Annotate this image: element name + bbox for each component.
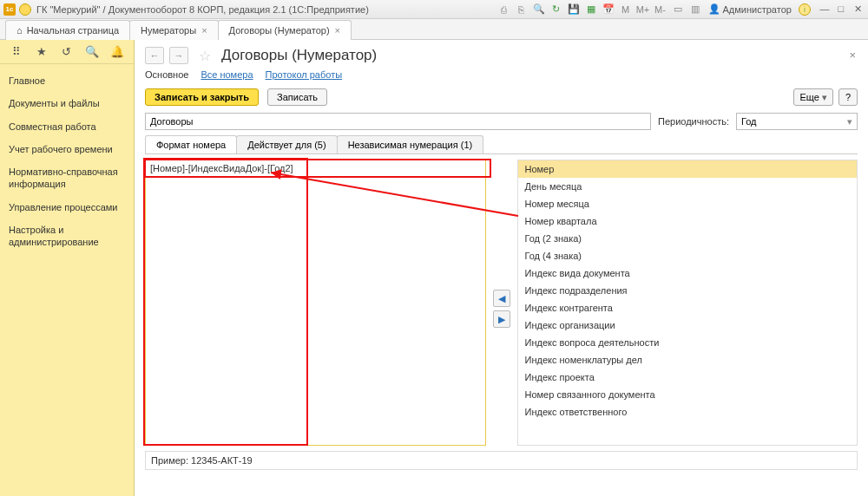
- list-item[interactable]: Индекс контрагента: [518, 299, 858, 317]
- section-tab-main[interactable]: Основное: [145, 69, 188, 80]
- sidebar-icon-row: ⠿ ★ ↺ 🔍 🔔: [0, 40, 134, 64]
- calendar-icon[interactable]: 📅: [602, 3, 615, 16]
- tab-numerators-label: Нумераторы: [141, 25, 196, 36]
- star-icon[interactable]: ★: [34, 44, 49, 60]
- window-buttons: — □ ✕: [818, 3, 865, 15]
- refresh-icon[interactable]: ↻: [550, 3, 562, 16]
- section-tab-protocol[interactable]: Протокол работы: [266, 69, 343, 80]
- tab-home[interactable]: ⌂ Начальная страница: [5, 20, 130, 40]
- period-label: Периодичность:: [658, 116, 729, 127]
- print-icon[interactable]: ⎙: [498, 3, 510, 16]
- name-input[interactable]: [145, 113, 651, 130]
- pin-icon[interactable]: ⎘: [516, 3, 528, 16]
- move-right-button[interactable]: ▶: [493, 310, 510, 328]
- section-tab-all-numbers[interactable]: Все номера: [201, 69, 253, 80]
- info-icon[interactable]: i: [799, 3, 811, 16]
- save-close-button[interactable]: Записать и закрыть: [145, 88, 259, 106]
- close-icon[interactable]: ✕: [851, 3, 865, 15]
- home-icon: ⌂: [16, 25, 23, 36]
- sidebar-item-proc[interactable]: Управление процессами: [0, 196, 134, 219]
- format-editor[interactable]: [Номер]-[ИндексВидаДок]-[Год2]: [145, 160, 486, 446]
- tab-contracts-numerator[interactable]: Договоры (Нумератор) ×: [218, 20, 352, 40]
- list-item[interactable]: Индекс организации: [518, 317, 858, 334]
- page-title: Договоры (Нумератор): [221, 47, 377, 64]
- sidebar-item-admin[interactable]: Настройка и администрирование: [0, 219, 134, 254]
- format-area: [Номер]-[ИндексВидаДок]-[Год2] ◀ ▶ Номер…: [145, 160, 858, 446]
- tab-close-icon[interactable]: ×: [201, 25, 207, 36]
- sidebar-item-collab[interactable]: Совместная работа: [0, 115, 134, 138]
- save-icon[interactable]: 💾: [568, 3, 580, 16]
- list-item[interactable]: Номер месяца: [518, 195, 858, 212]
- tab-numerators[interactable]: Нумераторы ×: [129, 20, 219, 40]
- save-button[interactable]: Записать: [267, 88, 327, 106]
- example-value: 12345-АКТ-19: [191, 455, 253, 466]
- page-close-icon[interactable]: ×: [849, 49, 856, 62]
- help-button[interactable]: ?: [838, 88, 858, 106]
- more-button[interactable]: Еще: [793, 88, 832, 106]
- titlebar: 1c ГК "Меркурий" / Документооборот 8 КОР…: [0, 0, 868, 19]
- sidebar: ⠿ ★ ↺ 🔍 🔔 Главное Документы и файлы Совм…: [0, 40, 135, 496]
- inner-tabs: Формат номера Действует для (5) Независи…: [145, 135, 858, 154]
- format-token-list[interactable]: Номер День месяца Номер месяца Номер ква…: [517, 160, 858, 446]
- list-item[interactable]: Индекс номенклатуры дел: [518, 351, 858, 369]
- toolbar-icons: ⎙ ⎘ 🔍 ↻ 💾 ▦ 📅 M M+ M- ▭ ▥: [498, 3, 701, 16]
- user-badge[interactable]: 👤 Администратор: [708, 3, 792, 15]
- favorite-icon[interactable]: ☆: [199, 48, 211, 64]
- bell-icon[interactable]: 🔔: [109, 44, 125, 60]
- minimize-icon[interactable]: —: [818, 3, 832, 14]
- format-value: [Номер]-[ИндексВидаДок]-[Год2]: [146, 160, 485, 176]
- history-icon[interactable]: ↺: [59, 44, 75, 60]
- list-item[interactable]: День месяца: [518, 178, 858, 195]
- m-plus-icon[interactable]: M+: [637, 3, 649, 16]
- list-item[interactable]: Номер связанного документа: [518, 386, 858, 403]
- inner-tab-format[interactable]: Формат номера: [145, 135, 237, 153]
- apps-icon[interactable]: ⠿: [9, 44, 24, 60]
- list-item[interactable]: Номер квартала: [518, 212, 858, 230]
- chevron-down-icon: ▾: [847, 116, 852, 127]
- sidebar-item-docs[interactable]: Документы и файлы: [0, 92, 134, 114]
- document-tabs: ⌂ Начальная страница Нумераторы × Догово…: [0, 19, 868, 40]
- inner-tab-independent[interactable]: Независимая нумерация (1): [337, 135, 484, 153]
- inner-tab-active-for[interactable]: Действует для (5): [236, 135, 337, 153]
- nav-back-button[interactable]: ←: [145, 47, 164, 64]
- list-item[interactable]: Год (2 знака): [518, 230, 858, 247]
- maximize-icon[interactable]: □: [834, 3, 848, 14]
- sidebar-items: Главное Документы и файлы Совместная раб…: [0, 64, 134, 259]
- action-row: Записать и закрыть Записать Еще ?: [145, 88, 858, 106]
- m-minus-icon[interactable]: M-: [654, 3, 667, 16]
- example-row: Пример: 12345-АКТ-19: [145, 451, 858, 470]
- search-icon[interactable]: 🔍: [533, 3, 545, 16]
- list-item[interactable]: Индекс вида документа: [518, 264, 858, 282]
- panel-icon[interactable]: ▭: [672, 3, 684, 16]
- multi-panel-icon[interactable]: ▥: [689, 3, 701, 16]
- move-left-button[interactable]: ◀: [493, 290, 510, 307]
- search-icon[interactable]: 🔍: [84, 44, 100, 60]
- example-label: Пример:: [151, 455, 188, 466]
- sidebar-item-time[interactable]: Учет рабочего времени: [0, 138, 134, 160]
- sidebar-item-ref[interactable]: Нормативно-справочная информация: [0, 160, 134, 196]
- tab-contracts-label: Договоры (Нумератор): [229, 25, 330, 36]
- user-icon: 👤: [708, 3, 720, 15]
- tab-home-label: Начальная страница: [27, 25, 119, 36]
- list-item[interactable]: Год (4 знака): [518, 247, 858, 264]
- user-name: Администратор: [723, 4, 792, 15]
- period-select[interactable]: Год ▾: [736, 113, 858, 130]
- calculator-icon[interactable]: ▦: [585, 3, 597, 16]
- window-title: ГК "Меркурий" / Документооборот 8 КОРП, …: [36, 4, 369, 15]
- period-value: Год: [741, 116, 757, 127]
- list-item[interactable]: Индекс проекта: [518, 369, 858, 386]
- list-item[interactable]: Индекс подразделения: [518, 282, 858, 299]
- content: × ← → ☆ Договоры (Нумератор) Основное Вс…: [135, 40, 868, 496]
- dropdown-toggle-icon[interactable]: [19, 3, 31, 16]
- m-icon[interactable]: M: [620, 3, 632, 16]
- section-tabs: Основное Все номера Протокол работы: [145, 69, 858, 80]
- list-item[interactable]: Индекс ответственного: [518, 403, 858, 421]
- list-item[interactable]: Индекс вопроса деятельности: [518, 334, 858, 351]
- tab-close-icon[interactable]: ×: [335, 25, 340, 36]
- app-icon: 1c: [3, 3, 16, 16]
- sidebar-item-main[interactable]: Главное: [0, 69, 134, 92]
- list-item[interactable]: Номер: [518, 160, 858, 178]
- nav-forward-button[interactable]: →: [169, 47, 188, 64]
